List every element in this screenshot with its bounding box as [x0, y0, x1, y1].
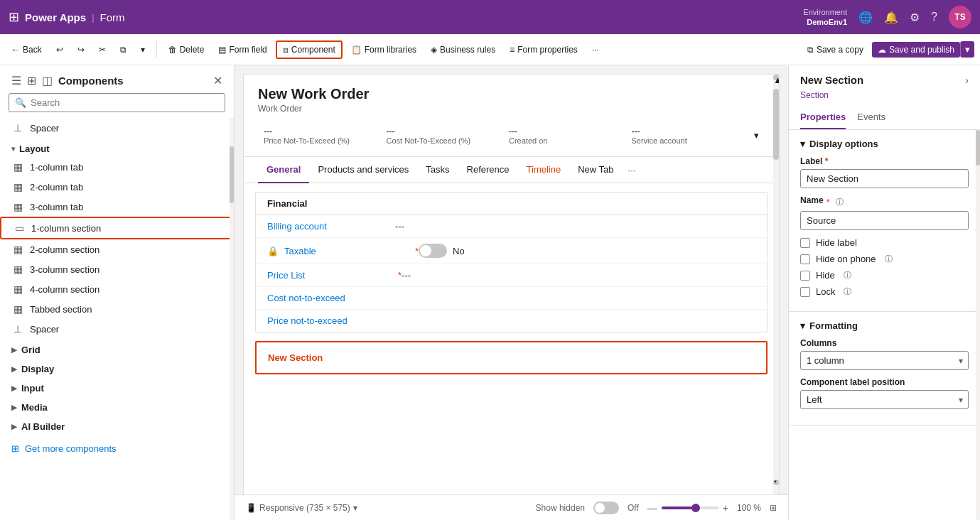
copy-button[interactable]: ⧉: [114, 42, 132, 58]
bell-icon[interactable]: 🔔: [884, 11, 898, 24]
undo-icon: ↩: [56, 45, 63, 55]
three-col-section-item[interactable]: ▦ 3-column section: [0, 259, 234, 279]
media-section-header[interactable]: ▶ Media: [0, 396, 234, 416]
layout-section-header[interactable]: ▾ Layout: [0, 138, 234, 157]
columns-select[interactable]: 1 column2 columns3 columns4 columns: [800, 351, 969, 370]
lock-checkbox[interactable]: [800, 287, 810, 297]
zoom-plus[interactable]: +: [723, 502, 728, 514]
canvas-scroll-down[interactable]: ▼: [773, 480, 779, 485]
redo-icon: ↪: [77, 45, 85, 55]
one-col-section-item[interactable]: ▭ 1-column section: [0, 217, 234, 239]
publish-icon: ☁: [878, 45, 886, 55]
tab-general[interactable]: General: [258, 157, 309, 183]
cut-button[interactable]: ✂: [93, 42, 112, 58]
right-panel-chevron-icon[interactable]: ›: [965, 75, 969, 86]
tab-timeline[interactable]: Timeline: [518, 157, 570, 183]
back-button[interactable]: ← Back: [6, 42, 48, 58]
new-section-box[interactable]: New Section: [255, 341, 768, 374]
help-icon[interactable]: ?: [931, 11, 937, 23]
more-button[interactable]: ···: [586, 42, 605, 58]
responsive-selector[interactable]: 📱 Responsive (735 × 575) ▾: [246, 503, 357, 513]
tab-properties[interactable]: Properties: [800, 106, 846, 129]
formatting-header[interactable]: ▾ Formatting: [800, 320, 969, 331]
hide-label-checkbox[interactable]: [800, 238, 810, 248]
name-label: Name: [800, 195, 824, 205]
form-libraries-button[interactable]: 📋 Form libraries: [345, 42, 422, 58]
four-col-section-item[interactable]: ▦ 4-column section: [0, 279, 234, 299]
ai-builder-section-header[interactable]: ▶ AI Builder: [0, 416, 234, 435]
globe-icon[interactable]: 🌐: [858, 11, 873, 24]
apps-icon[interactable]: ⊞: [9, 9, 19, 25]
taxable-toggle[interactable]: [419, 244, 447, 258]
avatar[interactable]: TS: [949, 6, 971, 28]
nav-icon[interactable]: ☰: [11, 74, 21, 87]
three-col-tab-item[interactable]: ▦ 3-column tab: [0, 197, 234, 217]
two-col-tab-item[interactable]: ▦ 2-column tab: [0, 177, 234, 197]
spacer-item[interactable]: ⊥ Spacer: [0, 319, 234, 339]
search-box[interactable]: 🔍: [9, 93, 225, 112]
back-icon: ←: [11, 45, 20, 55]
search-input[interactable]: [31, 97, 219, 108]
redo-button[interactable]: ↪: [72, 42, 90, 58]
zoom-slider[interactable]: — +: [647, 502, 728, 514]
lock-info-icon[interactable]: ⓘ: [844, 286, 851, 297]
zoom-minus[interactable]: —: [647, 502, 657, 514]
form-field-button[interactable]: ▤ Form field: [212, 42, 272, 58]
components-icon[interactable]: ⊞: [27, 74, 36, 87]
delete-icon: 🗑: [168, 45, 177, 55]
panel-scroll: ⊥ Spacer ▾ Layout ▦ 1-column tab ▦ 2-col…: [0, 118, 234, 520]
close-icon[interactable]: ✕: [213, 74, 222, 87]
tab-products[interactable]: Products and services: [309, 157, 417, 183]
slider-thumb[interactable]: [691, 504, 700, 512]
scroll-track: [230, 118, 234, 520]
spacer-top-item[interactable]: ⊥ Spacer: [0, 118, 234, 138]
undo-button[interactable]: ↩: [50, 42, 69, 58]
display-options-header[interactable]: ▾ Display options: [800, 139, 969, 149]
input-chevron-icon: ▶: [11, 384, 17, 392]
get-more-components[interactable]: ⊞ Get more components: [0, 435, 234, 458]
show-hidden-toggle[interactable]: [593, 502, 619, 514]
tab-new-tab[interactable]: New Tab: [569, 157, 622, 183]
tab-reference[interactable]: Reference: [458, 157, 518, 183]
display-section-header[interactable]: ▶ Display: [0, 358, 234, 377]
two-col-section-label: 2-column section: [30, 244, 99, 255]
delete-button[interactable]: 🗑 Delete: [163, 42, 210, 58]
business-rules-button[interactable]: ◈ Business rules: [425, 42, 501, 58]
tabbed-section-item[interactable]: ▦ Tabbed section: [0, 299, 234, 319]
component-button[interactable]: ⧈ Component: [276, 40, 343, 59]
input-section-header[interactable]: ▶ Input: [0, 377, 234, 396]
canvas-scroll-up[interactable]: ▲: [773, 75, 779, 80]
env-info: Environment DemoEnv1: [803, 7, 847, 28]
grid-section-header[interactable]: ▶ Grid: [0, 339, 234, 358]
hide-info-icon[interactable]: ⓘ: [844, 270, 851, 281]
tab-events[interactable]: Events: [857, 106, 885, 129]
save-publish-button[interactable]: ☁ Save and publish: [872, 42, 960, 58]
settings-icon[interactable]: ⚙: [910, 11, 920, 24]
label-input[interactable]: [800, 169, 969, 188]
fields-row-chevron[interactable]: ▾: [748, 122, 765, 148]
position-select[interactable]: LeftTopRight: [800, 390, 969, 409]
formatting-label: Formatting: [809, 320, 858, 331]
save-copy-button[interactable]: ⧉ Save a copy: [802, 42, 869, 58]
panel-title: Components: [58, 75, 124, 87]
field-lbl-1: Cost Not-To-Exceed (%): [387, 136, 498, 145]
hide-on-phone-checkbox[interactable]: [800, 254, 810, 264]
tabs-more[interactable]: ···: [623, 158, 642, 183]
media-chevron-icon: ▶: [11, 403, 17, 411]
one-col-tab-item[interactable]: ▦ 1-column tab: [0, 157, 234, 177]
cost-exceed-label: Cost not-to-exceed: [267, 293, 395, 303]
two-col-section-item[interactable]: ▦ 2-column section: [0, 239, 234, 259]
form-properties-button[interactable]: ≡ Form properties: [504, 42, 583, 58]
layers-icon[interactable]: ◫: [42, 74, 53, 87]
toggle-state: Off: [628, 503, 639, 513]
tab-tasks[interactable]: Tasks: [417, 157, 458, 183]
name-info-icon[interactable]: ⓘ: [836, 197, 844, 207]
name-input[interactable]: [800, 211, 969, 230]
name-required: *: [826, 197, 830, 207]
grid-icon[interactable]: ⊞: [770, 503, 777, 513]
hide-checkbox[interactable]: [800, 271, 810, 281]
paste-dropdown-button[interactable]: ▾: [135, 42, 151, 58]
hide-on-phone-text: Hide on phone: [816, 254, 876, 264]
hide-on-phone-info-icon[interactable]: ⓘ: [885, 254, 893, 264]
save-publish-dropdown[interactable]: ▾: [960, 41, 974, 58]
